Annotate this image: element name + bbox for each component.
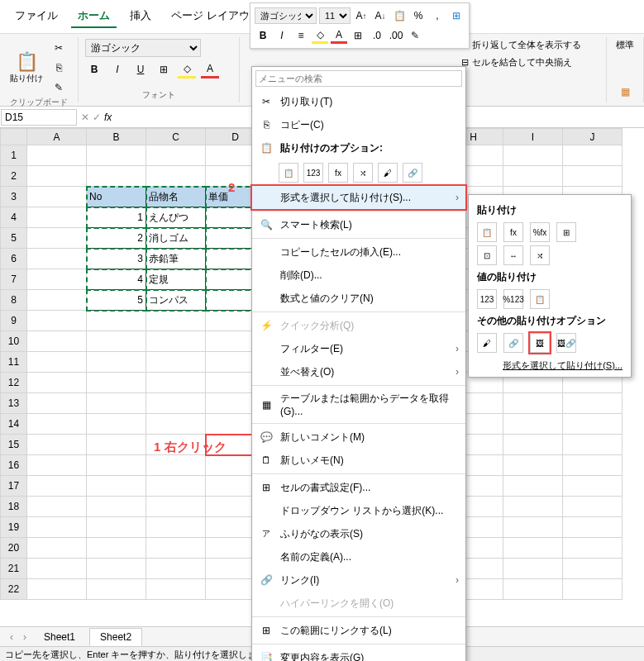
row-10[interactable]: 10 <box>1 331 27 352</box>
cut-icon[interactable]: ✂ <box>50 39 68 57</box>
ctx-sort[interactable]: 並べ替え(O)› <box>252 360 465 383</box>
ctx-new-comment[interactable]: 💬新しいコメント(M) <box>252 426 465 449</box>
paste-no-border-icon[interactable]: ⊡ <box>477 245 497 265</box>
merge-icon[interactable]: ⊞ <box>448 7 465 24</box>
row-20[interactable]: 20 <box>1 538 27 559</box>
paste-linked-picture-icon[interactable]: 🖼🔗 <box>556 333 576 353</box>
row-4[interactable]: 4 <box>1 207 27 228</box>
row-7[interactable]: 7 <box>1 269 27 290</box>
border-icon[interactable]: ⊞ <box>155 60 173 78</box>
row-18[interactable]: 18 <box>1 497 27 517</box>
format-painter-icon[interactable]: ✎ <box>50 78 68 97</box>
cell-no[interactable]: 4 <box>87 269 146 290</box>
row-5[interactable]: 5 <box>1 228 27 249</box>
paste-values-format-icon[interactable]: 📋 <box>530 289 550 309</box>
row-19[interactable]: 19 <box>1 517 27 538</box>
paste-formulas-icon[interactable]: fx <box>328 163 348 183</box>
paste-all-icon[interactable]: 📋 <box>477 222 497 242</box>
ctx-cut[interactable]: ✂切り取り(T) <box>252 90 465 113</box>
ctx-clear[interactable]: 数式と値のクリア(N) <box>252 287 465 310</box>
cancel-icon[interactable]: ✕ <box>81 112 89 123</box>
fx-icon[interactable]: fx <box>104 112 112 123</box>
italic-icon[interactable]: I <box>108 60 126 78</box>
decrease-font-icon[interactable]: A↓ <box>372 7 389 24</box>
enter-icon[interactable]: ✓ <box>93 112 101 123</box>
col-C[interactable]: C <box>146 129 206 145</box>
paste-formatting-icon[interactable]: 🖌 <box>477 333 497 353</box>
ctx-show-changes[interactable]: 📑変更内容を表示(G) <box>252 646 465 661</box>
font-select[interactable]: 游ゴシック <box>85 39 201 57</box>
merge-center-button[interactable]: セルを結合して中央揃え <box>472 56 572 69</box>
sub-paste-special-link[interactable]: 形式を選択して貼り付け(S)... <box>477 354 623 372</box>
row-15[interactable]: 15 <box>1 435 27 455</box>
cell-name[interactable]: 定規 <box>146 269 206 290</box>
menu-search-input[interactable] <box>255 70 462 87</box>
cell-no[interactable]: 5 <box>87 290 146 311</box>
mini-font-select[interactable]: 游ゴシック <box>255 7 317 24</box>
font-color-icon[interactable]: A <box>331 27 347 44</box>
paste-button[interactable]: 📋 貼り付け <box>7 50 46 86</box>
ctx-smart-lookup[interactable]: 🔍スマート検索(L) <box>252 213 465 236</box>
percent-icon[interactable]: % <box>410 7 427 24</box>
border-icon[interactable]: ⊞ <box>350 27 366 44</box>
row-11[interactable]: 11 <box>1 352 27 373</box>
format-painter-icon[interactable]: ✎ <box>407 27 423 44</box>
header-no[interactable]: No <box>87 187 146 207</box>
fill-color-icon[interactable]: ◇ <box>178 60 196 78</box>
row-3[interactable]: 3 <box>1 187 27 207</box>
bold-icon[interactable]: B <box>255 27 271 44</box>
sheet-tab-2[interactable]: Sheet2 <box>89 628 142 646</box>
font-color-icon[interactable]: A <box>201 60 219 78</box>
row-12[interactable]: 12 <box>1 373 27 393</box>
paste-values-icon[interactable]: 123 <box>477 289 497 309</box>
row-6[interactable]: 6 <box>1 249 27 269</box>
ctx-dropdown-list[interactable]: ドロップダウン リストから選択(K)... <box>252 499 465 522</box>
cell-no[interactable]: 1 <box>87 207 146 228</box>
cell-name[interactable]: 赤鉛筆 <box>146 249 206 269</box>
row-1[interactable]: 1 <box>1 145 27 166</box>
copy-icon[interactable]: ⎘ <box>50 59 68 77</box>
ctx-delete[interactable]: 削除(D)... <box>252 264 465 287</box>
row-21[interactable]: 21 <box>1 559 27 579</box>
ctx-new-memo[interactable]: 🗒新しいメモ(N) <box>252 449 465 472</box>
wrap-text-button[interactable]: 折り返して全体を表示する <box>472 39 581 51</box>
paste-transpose-icon[interactable]: ⤭ <box>530 245 550 265</box>
paste-transpose-icon[interactable]: ⤭ <box>353 163 373 183</box>
accounting-icon[interactable]: 📋 <box>391 7 408 24</box>
col-J[interactable]: J <box>563 129 623 145</box>
fill-color-icon[interactable]: ◇ <box>312 27 328 44</box>
col-I[interactable]: I <box>503 129 563 145</box>
ctx-get-data[interactable]: ▦テーブルまたは範囲からデータを取得(G)... <box>252 388 465 421</box>
paste-link-icon[interactable]: 🔗 <box>503 333 523 353</box>
ctx-link[interactable]: 🔗リンク(I)› <box>252 568 465 592</box>
underline-icon[interactable]: U <box>131 60 150 78</box>
ctx-define-name[interactable]: 名前の定義(A)... <box>252 545 465 568</box>
ctx-copy[interactable]: ⎘コピー(C) <box>252 113 465 136</box>
paste-picture-icon[interactable]: 🖼 <box>530 333 550 353</box>
row-22[interactable]: 22 <box>1 579 27 600</box>
italic-icon[interactable]: I <box>274 27 290 44</box>
col-B[interactable]: B <box>87 129 146 145</box>
mini-size-select[interactable]: 11 <box>319 7 351 24</box>
row-16[interactable]: 16 <box>1 455 27 476</box>
tab-file[interactable]: ファイル <box>8 5 64 28</box>
paste-formulas-icon[interactable]: fx <box>503 222 523 242</box>
row-17[interactable]: 17 <box>1 476 27 497</box>
tab-home[interactable]: ホーム <box>71 5 117 28</box>
increase-decimal-icon[interactable]: .00 <box>388 27 404 44</box>
sheet-tab-1[interactable]: Sheet1 <box>33 628 86 646</box>
ctx-format-cells[interactable]: ⊞セルの書式設定(F)... <box>252 476 465 499</box>
ctx-furigana[interactable]: アふりがなの表示(S) <box>252 522 465 545</box>
row-2[interactable]: 2 <box>1 166 27 187</box>
cell-name[interactable]: 消しゴム <box>146 228 206 249</box>
header-name[interactable]: 品物名 <box>146 187 206 207</box>
tab-insert[interactable]: 挿入 <box>123 5 158 28</box>
ctx-link-range[interactable]: ⊞この範囲にリンクする(L) <box>252 619 465 642</box>
format-icon[interactable]: ▦ <box>616 83 634 101</box>
paste-formulas-num-icon[interactable]: %fx <box>530 222 550 242</box>
sheet-prev-icon[interactable]: ‹ <box>7 631 17 643</box>
paste-values-num-icon[interactable]: %123 <box>503 289 523 309</box>
row-9[interactable]: 9 <box>1 311 27 331</box>
cell-no[interactable]: 2 <box>87 228 146 249</box>
cell-no[interactable]: 3 <box>87 249 146 269</box>
